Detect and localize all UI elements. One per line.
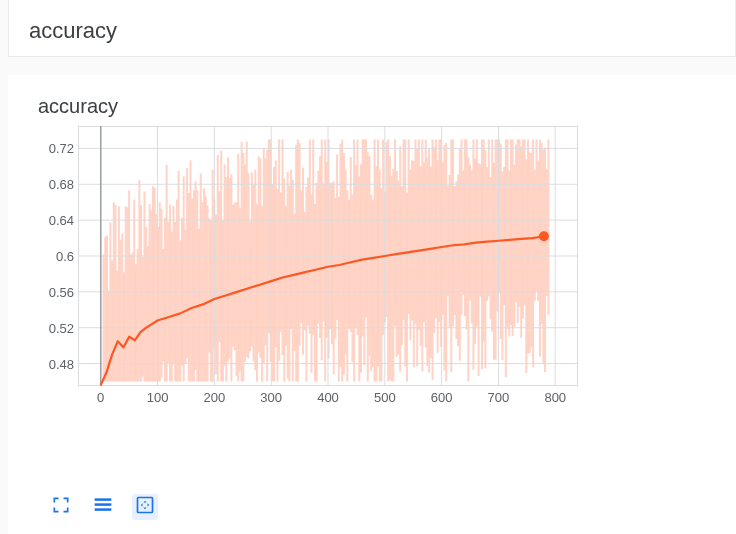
card-title: accuracy [29,18,715,44]
svg-rect-284 [95,508,112,511]
chart-title: accuracy [38,95,706,118]
x-tick-label: 400 [317,390,339,405]
x-tick-label: 700 [488,390,510,405]
chart-panel: accuracy 0.480.520.560.60.640.680.72 010… [8,75,736,534]
lines-icon [92,495,114,519]
log-scale-button[interactable] [90,494,116,520]
svg-rect-283 [95,503,112,506]
x-tick-label: 100 [147,390,169,405]
chart-card-header: accuracy [8,0,736,57]
y-tick-label: 0.56 [49,284,74,299]
y-axis-ticks: 0.480.520.560.60.640.680.72 [30,126,74,386]
y-tick-label: 0.72 [49,141,74,156]
fit-icon [134,495,156,519]
x-tick-label: 500 [374,390,396,405]
y-tick-label: 0.68 [49,177,74,192]
y-tick-label: 0.52 [49,320,74,335]
y-tick-label: 0.64 [49,213,74,228]
fit-domain-button[interactable] [132,494,158,520]
svg-point-281 [539,231,549,241]
svg-rect-282 [95,498,112,501]
svg-rect-285 [138,498,153,513]
x-tick-label: 800 [544,390,566,405]
chart-toolbar [48,494,158,520]
x-tick-label: 200 [204,390,226,405]
fullscreen-icon [51,495,71,519]
fullscreen-button[interactable] [48,494,74,520]
x-tick-label: 300 [260,390,282,405]
x-tick-label: 600 [431,390,453,405]
y-tick-label: 0.48 [49,356,74,371]
x-tick-label: 0 [97,390,104,405]
y-tick-label: 0.6 [56,249,74,264]
chart-svg [78,126,578,386]
plot-area[interactable]: 0.480.520.560.60.640.680.72 010020030040… [78,126,578,426]
